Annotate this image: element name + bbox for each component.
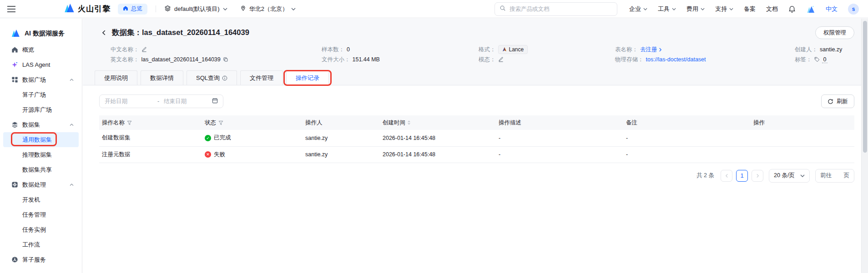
cell-operation-name: 注册元数据: [99, 146, 202, 163]
sidebar-item-label: 通用数据集: [22, 136, 52, 144]
home-icon: [123, 5, 128, 12]
refresh-button[interactable]: 刷新: [821, 94, 854, 108]
status-label: 已完成: [214, 134, 231, 142]
permission-management-button[interactable]: 权限管理: [815, 26, 854, 39]
menu-billing[interactable]: 费用: [686, 5, 705, 13]
sidebar-item-dataset-sharing[interactable]: 数据集共享: [3, 162, 79, 177]
meta-label: 创建人：: [795, 46, 818, 54]
chevron-up-icon[interactable]: [70, 79, 74, 81]
sidebar-item-las-agent[interactable]: LAS Agent: [3, 57, 79, 72]
link-beian[interactable]: 备案: [744, 5, 756, 13]
filter-row: 开始日期 - 结束日期 刷新: [99, 94, 861, 108]
divider: [156, 5, 156, 12]
search-input[interactable]: [510, 6, 612, 12]
sidebar-item-overview[interactable]: 概览: [3, 42, 79, 57]
brand-name: 火山引擎: [78, 4, 111, 14]
tag-icon[interactable]: [814, 57, 820, 62]
global-search[interactable]: [495, 2, 617, 16]
sidebar-item-task-management[interactable]: 任务管理: [3, 207, 79, 222]
tab-data-details[interactable]: 数据详情: [141, 70, 183, 85]
dataset-meta: 中文名称： 英文名称： las_dataset_20260114_164039 …: [111, 45, 854, 65]
table-header-row: 操作名称 状态 操作人 创建时间: [99, 115, 854, 130]
goto-label: 前往: [820, 172, 832, 179]
menu-support[interactable]: 支持: [715, 5, 733, 13]
tab-file-management[interactable]: 文件管理: [240, 70, 283, 85]
search-icon: [500, 5, 506, 13]
page-title: 数据集：las_dataset_20260114_164039: [112, 28, 249, 38]
filter-funnel-icon[interactable]: [218, 120, 223, 125]
sidebar-item-dev-machine[interactable]: 开发机: [3, 192, 79, 207]
page-size-select[interactable]: 20 条/页: [769, 169, 810, 183]
prev-page-button[interactable]: [721, 170, 732, 182]
overview-button[interactable]: 总览: [118, 4, 147, 15]
sidebar-item-workflow[interactable]: 工作流: [3, 237, 79, 252]
tab-operation-records[interactable]: 操作记录: [286, 70, 329, 85]
menu-enterprise[interactable]: 企业: [629, 5, 647, 13]
project-selector[interactable]: default(默认项目): [164, 5, 227, 13]
date-range-picker[interactable]: 开始日期 - 结束日期: [99, 94, 223, 108]
scrollbar-thumb[interactable]: [863, 21, 867, 153]
chevron-down-icon: [672, 8, 676, 10]
sidebar-item-label: 数据集共享: [22, 166, 52, 174]
copy-icon[interactable]: [223, 57, 228, 62]
meta-col-names: 中文名称： 英文名称： las_dataset_20260114_164039: [111, 45, 322, 65]
hamburger-menu-icon[interactable]: [7, 6, 15, 12]
page-number-button[interactable]: 1: [736, 170, 748, 182]
chevron-down-icon: [291, 8, 296, 10]
sidebar-item-inference-datasets[interactable]: 推理数据集: [3, 147, 79, 162]
meta-value: santie.zy: [820, 46, 842, 53]
meta-label: 文件大小：: [322, 56, 350, 64]
sidebar-item-operator-service[interactable]: 算子服务: [3, 252, 79, 267]
end-date-input[interactable]: 结束日期: [164, 98, 212, 105]
next-page-button[interactable]: [752, 170, 763, 182]
language-switcher[interactable]: 中文: [826, 5, 838, 13]
register-table-link[interactable]: 去注册: [640, 46, 662, 54]
menu-tools[interactable]: 工具: [658, 5, 676, 13]
meta-sample-count: 样本数： 0: [322, 45, 479, 55]
volcengine-mini-logo-icon[interactable]: [806, 5, 815, 13]
notification-bell-icon[interactable]: [788, 5, 796, 13]
tab-label: 使用说明: [104, 74, 128, 82]
sidebar-item-opensource-market[interactable]: 开源库广场: [3, 102, 79, 117]
sidebar-item-operator-market[interactable]: 算子广场: [3, 87, 79, 102]
sidebar: AI 数据湖服务 概览 LAS Agent 数据广场: [0, 19, 82, 273]
edit-pencil-icon[interactable]: [141, 47, 147, 52]
meta-label: 中文名称：: [111, 46, 139, 54]
sort-icon[interactable]: [408, 120, 410, 125]
start-date-input[interactable]: 开始日期: [105, 98, 153, 105]
chevron-up-icon[interactable]: [70, 184, 74, 186]
meta-label: 格式：: [479, 46, 496, 54]
brand-logo[interactable]: 火山引擎: [64, 3, 111, 15]
pagination: 共 2 条 1 20 条/页 前往 页: [99, 169, 854, 183]
storage-path-link[interactable]: tos://las-doctest/dataset: [646, 56, 706, 63]
col-label: 状态: [205, 119, 216, 127]
tab-usage-notes[interactable]: 使用说明: [95, 70, 137, 85]
chevron-left-icon: [725, 174, 728, 178]
tab-sql-query[interactable]: SQL查询: [187, 70, 237, 85]
link-docs[interactable]: 文档: [766, 5, 778, 13]
success-check-icon: ✓: [205, 135, 211, 141]
sidebar-item-label: 算子服务: [22, 256, 46, 264]
avatar[interactable]: s: [848, 4, 859, 15]
meta-tags: 标签： 0: [795, 55, 854, 65]
col-header-created-time: 创建时间: [380, 115, 496, 130]
edit-pencil-icon[interactable]: [498, 57, 504, 62]
tab-bar: 使用说明 数据详情 SQL查询 文件管理 操作记录: [83, 70, 861, 85]
sidebar-group-data-market[interactable]: 数据广场: [3, 72, 79, 87]
goto-page-input[interactable]: [832, 173, 843, 179]
sidebar-group-datasets[interactable]: 数据集: [3, 117, 79, 132]
region-selector[interactable]: 华北2（北京）: [240, 5, 296, 13]
meta-label: 样本数：: [322, 46, 344, 54]
col-header-note: 备注: [623, 115, 751, 130]
sidebar-item-task-instances[interactable]: 任务实例: [3, 222, 79, 237]
chevron-up-icon[interactable]: [70, 124, 74, 126]
goto-page-jumper[interactable]: 前往 页: [815, 169, 854, 183]
filter-funnel-icon[interactable]: [127, 120, 132, 125]
sidebar-group-data-processing[interactable]: 数据处理: [3, 177, 79, 192]
tag-count[interactable]: 0: [822, 56, 828, 63]
back-arrow-icon[interactable]: [101, 30, 107, 36]
meta-format: 格式： Lance: [479, 45, 615, 55]
overview-label: 总览: [131, 5, 142, 13]
vertical-scrollbar[interactable]: [861, 19, 868, 273]
sidebar-item-general-datasets[interactable]: 通用数据集: [3, 132, 79, 147]
